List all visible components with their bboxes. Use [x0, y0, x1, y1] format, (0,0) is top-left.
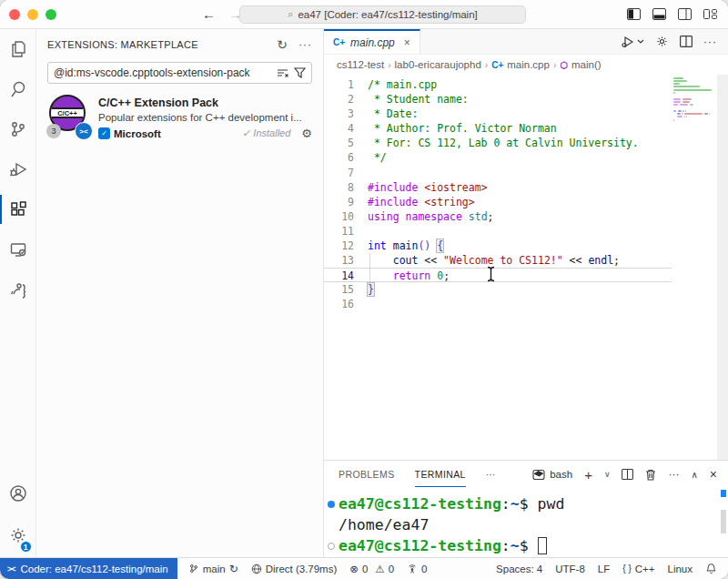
zoom-window-button[interactable] — [46, 9, 56, 20]
code-line[interactable]: 5 * For: CS 112, Lab 0 at Calvin Univers… — [324, 136, 672, 150]
code-line[interactable]: 7 — [324, 166, 672, 180]
cpp-file-icon: C+ — [491, 60, 503, 70]
toggle-primary-sidebar-icon[interactable] — [627, 8, 641, 20]
code-line[interactable]: 4 * Author: Prof. Victor Norman — [324, 121, 672, 136]
title-bar: ← → ⌕ ea47 [Coder: ea47/cs112-testing/ma… — [0, 0, 728, 29]
code-line[interactable]: 10using namespace std; — [324, 209, 672, 224]
encoding-item[interactable]: UTF-8 — [549, 558, 592, 579]
split-editor-icon[interactable] — [680, 36, 693, 47]
window-controls — [9, 9, 56, 20]
terminal-cursor — [538, 537, 547, 554]
code-line[interactable]: 6 */ — [324, 150, 672, 165]
tab-close-icon[interactable]: × — [404, 36, 410, 49]
code-line[interactable]: 13 cout << "Welcome to CS112!" << endl; — [324, 253, 672, 268]
run-and-debug-icon[interactable] — [0, 149, 36, 189]
panel-more-tabs-icon[interactable]: ··· — [486, 469, 496, 480]
code-line[interactable]: 3 * Date: — [324, 107, 672, 121]
line-number: 11 — [324, 224, 368, 239]
line-number: 16 — [324, 297, 368, 311]
code-line[interactable]: 16 — [324, 297, 672, 311]
extensions-view-icon[interactable] — [0, 189, 36, 229]
ports-item[interactable]: 0 — [400, 558, 433, 579]
toggle-secondary-sidebar-icon[interactable] — [678, 8, 692, 20]
editor-scrollbar[interactable] — [717, 75, 728, 460]
breadcrumb-symbol[interactable]: main() — [571, 59, 602, 70]
eol-item[interactable]: LF — [592, 558, 616, 579]
run-or-debug-icon[interactable] — [621, 36, 644, 48]
prompt-decoration-icon[interactable] — [328, 543, 335, 550]
breadcrumb-folder[interactable]: lab0-ericaraujophd — [395, 59, 481, 70]
tab-terminal[interactable]: TERMINAL — [415, 462, 466, 487]
status-bar: >< Coder: ea47/cs112-testing/main main ↻… — [0, 557, 728, 579]
code-line[interactable]: 9#include <string> — [324, 195, 672, 209]
new-terminal-icon[interactable]: + — [584, 467, 592, 482]
explorer-icon[interactable] — [0, 29, 36, 69]
minimize-window-button[interactable] — [27, 9, 38, 20]
tab-problems[interactable]: PROBLEMS — [339, 462, 395, 486]
line-number: 9 — [324, 195, 368, 209]
clear-filter-icon[interactable] — [277, 68, 288, 78]
accounts-icon[interactable] — [0, 473, 36, 513]
editor-settings-gear-icon[interactable] — [655, 35, 669, 48]
git-branch-item[interactable]: main ↻ — [177, 558, 245, 579]
extensions-search-box[interactable] — [47, 62, 312, 84]
network-latency-item[interactable]: Direct (3.79ms) — [245, 558, 344, 579]
warning-icon: ⚠ — [375, 563, 384, 575]
code-line[interactable]: 14 return 0; — [324, 268, 672, 282]
code-editor[interactable]: 1/* main.cpp2 * Student name:3 * Date:4 … — [324, 75, 728, 460]
extension-manage-gear-icon[interactable]: ⚙ — [301, 127, 312, 140]
indentation-item[interactable]: Spaces: 4 — [490, 558, 549, 579]
views-more-actions-icon[interactable]: ··· — [298, 38, 312, 51]
line-number: 2 — [324, 92, 368, 107]
labs-extension-icon[interactable] — [0, 269, 36, 310]
line-number: 6 — [324, 150, 368, 165]
terminal-view[interactable]: ea47@cs112-testing:~$ pwd/home/ea47ea47@… — [324, 488, 728, 557]
kill-terminal-trash-icon[interactable] — [645, 469, 656, 481]
line-number: 10 — [324, 209, 368, 224]
indent-guide — [369, 253, 370, 282]
problems-item[interactable]: ⊗ 0 ⚠ 0 — [343, 558, 400, 579]
toggle-panel-icon[interactable] — [652, 8, 666, 20]
code-line[interactable]: 8#include <iostream> — [324, 180, 672, 195]
code-line[interactable]: 11 — [324, 224, 672, 239]
settings-gear-icon[interactable]: 1 — [0, 513, 36, 557]
breadcrumb-file[interactable]: main.cpp — [507, 59, 550, 70]
remote-indicator[interactable]: >< Coder: ea47/cs112-testing/main — [0, 558, 177, 579]
extension-installed-label: ✓ Installed — [242, 127, 290, 139]
panel-more-actions-icon[interactable]: ··· — [668, 468, 679, 481]
maximize-panel-chevron-icon[interactable]: ∧ — [691, 470, 697, 480]
line-number: 1 — [324, 77, 368, 92]
search-view-icon[interactable] — [0, 69, 36, 109]
refresh-icon[interactable]: ↻ — [277, 37, 288, 52]
extensions-search-input[interactable] — [54, 66, 271, 79]
code-line[interactable]: 2 * Student name: — [324, 92, 672, 107]
tab-main-cpp[interactable]: C+ main.cpp × — [324, 29, 420, 54]
code-line[interactable]: 12int main() { — [324, 239, 672, 253]
extension-card-cpp-pack[interactable]: C/C++ 3 >< C/C++ Extension Pack Popular … — [49, 95, 312, 140]
cpp-file-icon: C+ — [333, 37, 345, 47]
filter-funnel-icon[interactable] — [294, 67, 306, 78]
os-item[interactable]: Linux — [662, 558, 700, 579]
extension-description: Popular extensions for C++ development i… — [98, 112, 312, 123]
back-button[interactable]: ← — [202, 6, 216, 22]
close-window-button[interactable] — [9, 9, 20, 20]
breadcrumb-folder[interactable]: cs112-test — [337, 59, 384, 70]
code-line[interactable]: 15} — [324, 282, 672, 297]
code-line[interactable]: 1/* main.cpp — [324, 77, 672, 92]
split-terminal-icon[interactable] — [622, 469, 633, 480]
terminal-line: /home/ea47 — [339, 514, 728, 535]
terminal-shell-chip[interactable]: bash — [532, 469, 572, 481]
launch-profile-chevron-icon[interactable]: ∨ — [604, 470, 611, 479]
remote-install-badge-icon: >< — [75, 122, 93, 140]
customize-layout-icon[interactable] — [703, 8, 717, 20]
editor-more-actions-icon[interactable]: ··· — [703, 36, 717, 48]
minimap[interactable] — [673, 76, 717, 460]
close-panel-icon[interactable]: × — [710, 467, 717, 482]
command-decoration-icon[interactable] — [328, 501, 335, 508]
line-number: 5 — [324, 136, 368, 150]
command-center[interactable]: ⌕ ea47 [Coder: ea47/cs112-testing/main] — [239, 5, 526, 24]
language-mode-item[interactable]: { } C++ — [616, 558, 661, 579]
source-control-icon[interactable] — [0, 109, 36, 149]
notifications-bell-icon[interactable] — [699, 558, 728, 579]
remote-explorer-icon[interactable] — [0, 229, 36, 269]
